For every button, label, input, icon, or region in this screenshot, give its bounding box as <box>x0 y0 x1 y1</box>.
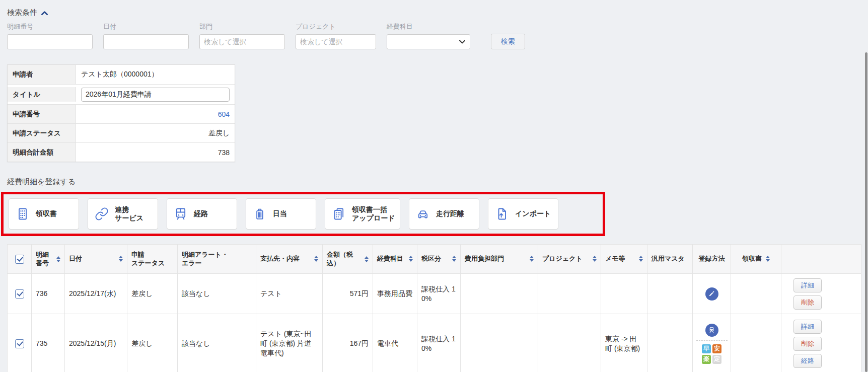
chevron-up-icon[interactable] <box>41 11 48 16</box>
applicant-row: 申請者 テスト太郎（0000001） <box>8 65 235 84</box>
col-master-header: 汎用マスタ <box>652 255 685 262</box>
sort-icon[interactable] <box>452 256 456 262</box>
delete-button[interactable]: 削除 <box>793 337 822 351</box>
col-category-header: 経費科目 <box>377 255 403 263</box>
cell-tax: 課税仕入 10% <box>417 274 461 314</box>
application-number-row: 申請番号 604 <box>8 104 235 123</box>
field-date: 日付 <box>103 22 189 49</box>
cell-date: 2025/12/15(月) <box>65 314 127 372</box>
search-fields-row: 明細番号 日付 部門 プロジェクト 経費科目 <box>7 22 868 49</box>
divider <box>696 340 728 341</box>
receipt-bulk-upload-button[interactable]: 領収書一括 アップロード <box>325 198 400 230</box>
cell-department <box>461 274 538 314</box>
receipt-icon <box>16 207 30 221</box>
daily-allowance-button-label: 日当 <box>273 209 287 218</box>
expense-detail-table: 明細 番号 日付 申請 ステータス 明細アラート・ エラー 支払先・内容 金額（… <box>7 244 868 372</box>
sort-icon[interactable] <box>314 256 318 262</box>
project-search-input[interactable] <box>296 34 376 49</box>
badge-fast: 早 <box>702 344 711 353</box>
detail-number-label: 明細番号 <box>7 22 93 31</box>
detail-button[interactable]: 詳細 <box>793 320 822 334</box>
total-amount-label: 明細合計金額 <box>8 143 76 162</box>
title-row: タイトル <box>8 84 235 104</box>
cell-status: 差戻し <box>127 274 178 314</box>
total-amount-value: 738 <box>76 143 235 162</box>
import-button-label: インポート <box>515 209 551 218</box>
chevron-down-icon <box>459 40 465 44</box>
col-number-header: 明細 番号 <box>36 251 49 268</box>
mileage-button[interactable]: 走行距離 <box>409 198 479 230</box>
import-button[interactable]: インポート <box>488 198 558 230</box>
field-department: 部門 <box>199 22 285 49</box>
select-all-checkbox[interactable] <box>15 255 24 264</box>
cell-category: 電車代 <box>373 314 417 372</box>
linked-service-button[interactable]: 連携 サービス <box>88 198 158 230</box>
expense-category-select[interactable] <box>387 34 470 49</box>
detail-number-input[interactable] <box>7 34 93 49</box>
row-checkbox[interactable] <box>15 289 24 299</box>
route-button[interactable]: 経路 <box>167 198 237 230</box>
sort-icon[interactable] <box>119 256 123 262</box>
search-conditions-header[interactable]: 検索条件 <box>7 8 868 18</box>
col-method-header: 登録方法 <box>699 255 725 262</box>
col-payee-header: 支払先・内容 <box>260 255 300 263</box>
col-memo-header: メモ等 <box>605 255 625 263</box>
register-buttons-highlight-box: 領収書 連携 サービス 経路 <box>1 192 605 236</box>
total-amount-row: 明細合計金額 738 <box>8 142 235 162</box>
sort-icon[interactable] <box>766 256 770 262</box>
train-icon <box>174 207 188 221</box>
applicant-label: 申請者 <box>8 65 76 84</box>
sort-icon[interactable] <box>530 256 534 262</box>
sort-icon[interactable] <box>56 256 60 262</box>
delete-button[interactable]: 削除 <box>793 295 822 310</box>
sort-icon[interactable] <box>593 256 597 262</box>
col-project-header: プロジェクト <box>542 255 583 263</box>
field-detail-number: 明細番号 <box>7 22 93 49</box>
table-row: 736 2025/12/17(水) 差戻し 該当なし テスト 571円 事務用品… <box>8 274 861 314</box>
sort-icon[interactable] <box>365 256 369 262</box>
col-receipt-header: 領収書 <box>742 255 762 263</box>
scrollbar-track[interactable] <box>864 0 868 372</box>
application-summary-table: 申請者 テスト太郎（0000001） タイトル 申請番号 604 申請ステータス… <box>7 64 235 162</box>
cell-amount: 167円 <box>323 314 373 372</box>
cell-receipt <box>731 314 781 372</box>
department-search-input[interactable] <box>199 34 285 49</box>
cell-amount: 571円 <box>323 274 373 314</box>
badge-fixed: 定 <box>712 355 721 364</box>
sort-icon[interactable] <box>409 256 413 262</box>
row-checkbox[interactable] <box>15 339 24 348</box>
pencil-circle-icon <box>705 287 718 301</box>
route-badges: 早 安 楽 定 <box>702 344 721 364</box>
expense-page: 検索条件 明細番号 日付 部門 プロジェクト 経費科目 <box>0 0 868 372</box>
receipt-bulk-upload-button-label: 領収書一括 アップロード <box>352 205 395 223</box>
expense-category-label: 経費科目 <box>387 22 470 31</box>
search-button[interactable]: 検索 <box>491 34 525 49</box>
col-date-header: 日付 <box>69 255 82 263</box>
cell-status: 差戻し <box>127 314 178 372</box>
title-input[interactable] <box>81 88 230 102</box>
sort-icon[interactable] <box>639 256 643 262</box>
receipt-stack-icon <box>332 207 346 221</box>
col-tax-header: 税区分 <box>421 255 441 263</box>
receipt-button[interactable]: 領収書 <box>9 198 79 230</box>
train-circle-icon <box>705 324 718 337</box>
cell-alert: 該当なし <box>178 314 256 372</box>
application-number-link[interactable]: 604 <box>218 110 230 118</box>
cell-master <box>647 314 693 372</box>
daily-allowance-button[interactable]: 日当 <box>246 198 316 230</box>
mileage-button-label: 走行距離 <box>436 209 464 218</box>
field-expense-category: 経費科目 <box>387 22 470 49</box>
detail-button[interactable]: 詳細 <box>793 278 822 292</box>
register-section-heading: 経費明細を登録する <box>7 177 868 187</box>
scrollbar-thumb[interactable] <box>865 52 867 372</box>
cell-receipt <box>731 274 781 314</box>
route-detail-button[interactable]: 経路 <box>793 354 822 368</box>
table-header-row: 明細 番号 日付 申請 ステータス 明細アラート・ エラー 支払先・内容 金額（… <box>8 245 861 274</box>
date-input[interactable] <box>103 34 189 49</box>
cell-alert: 該当なし <box>178 274 256 314</box>
application-status-label: 申請ステータス <box>8 124 76 142</box>
linked-service-button-label: 連携 サービス <box>115 205 143 223</box>
badge-easy: 楽 <box>702 355 711 364</box>
cell-memo: 東京 -> 田町 (東京都) <box>601 314 647 372</box>
suitcase-icon <box>253 207 267 221</box>
